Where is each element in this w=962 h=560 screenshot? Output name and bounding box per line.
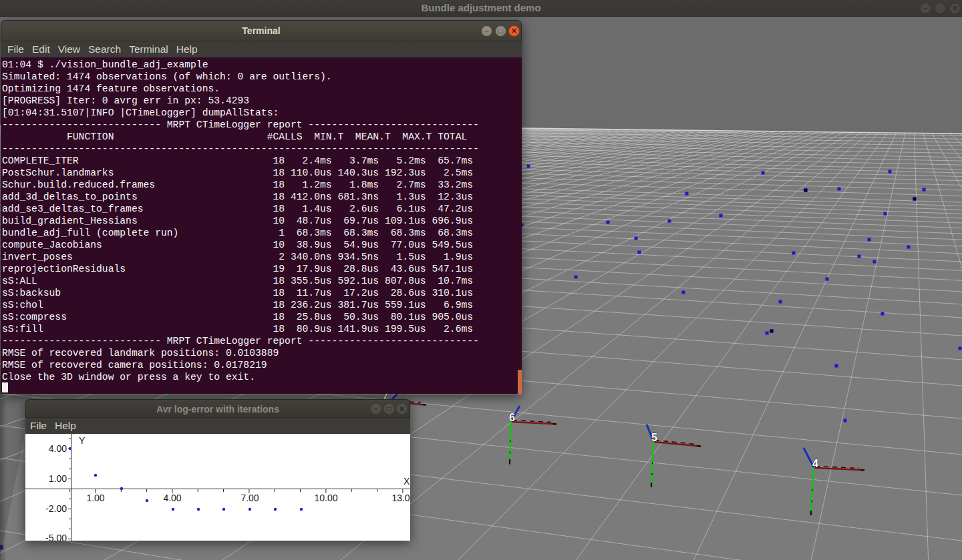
svg-text:10.00: 10.00 xyxy=(314,493,337,503)
svg-text:-5.00: -5.00 xyxy=(45,533,67,541)
svg-text:4.00: 4.00 xyxy=(163,493,181,503)
svg-text:X: X xyxy=(404,476,410,487)
svg-text:4: 4 xyxy=(812,458,818,469)
svg-text:4.00: 4.00 xyxy=(49,443,67,454)
svg-text:6: 6 xyxy=(509,412,515,423)
svg-text:13.0: 13.0 xyxy=(391,493,410,503)
svg-text:7.00: 7.00 xyxy=(240,493,259,503)
svg-text:1.00: 1.00 xyxy=(49,473,67,484)
svg-text:1.00: 1.00 xyxy=(86,493,104,503)
svg-text:5: 5 xyxy=(651,432,657,443)
svg-text:-2.00: -2.00 xyxy=(45,503,67,514)
svg-text:Y: Y xyxy=(79,435,86,446)
